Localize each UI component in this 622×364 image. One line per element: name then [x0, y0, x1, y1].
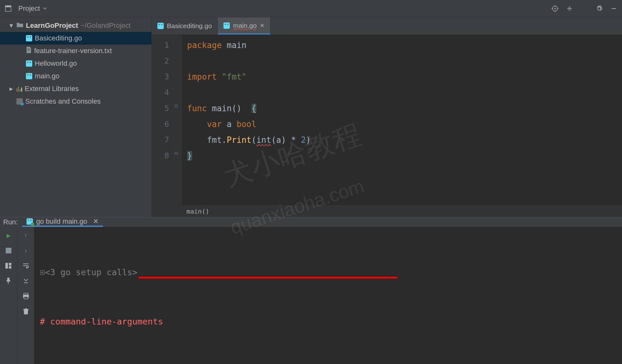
go-file-icon — [27, 218, 33, 225]
go-file-icon — [157, 23, 164, 29]
window-icon — [4, 4, 13, 13]
tab-main[interactable]: main.go ✕ — [218, 17, 271, 34]
fold-start-icon[interactable]: ⊟ — [174, 102, 178, 109]
close-icon[interactable]: ✕ — [260, 22, 265, 29]
fold-end-icon[interactable]: ⊟ — [174, 150, 178, 156]
tree-file-basicediting[interactable]: Basicediting.go — [0, 32, 151, 45]
svg-rect-14 — [24, 293, 28, 295]
svg-point-3 — [554, 8, 556, 9]
tree-external-libraries[interactable]: ▸ External Libraries — [0, 82, 151, 95]
up-icon[interactable]: ↑ — [22, 231, 30, 240]
minimize-icon[interactable] — [609, 4, 618, 13]
console-error-header: # command-line-arguments — [40, 313, 616, 330]
console-setup-line: <3 go setup calls> — [45, 267, 137, 277]
trash-icon[interactable] — [22, 307, 30, 315]
ext-lib-label: External Libraries — [25, 85, 79, 93]
scratches-label: Scratches and Consoles — [25, 97, 101, 106]
rerun-icon[interactable]: ▶ — [4, 231, 13, 240]
run-tool-window: Run: go build main.go ✕ ▶ ↑ ↓ ⊞<3 go set… — [0, 217, 622, 364]
layout-icon[interactable] — [4, 262, 13, 270]
text-file-icon — [26, 46, 32, 55]
tree-root[interactable]: ▾ LearnGoProject ~/GolandProject — [0, 19, 151, 32]
breadcrumb[interactable]: main() — [152, 205, 622, 217]
tree-scratches[interactable]: Scratches and Consoles — [0, 95, 151, 108]
editor-tabs: Basicediting.go main.go ✕ — [152, 17, 622, 35]
libraries-icon — [16, 86, 22, 92]
code-editor[interactable]: 12345678 ▶ ⊟ ⊟ package main import "fmt"… — [152, 35, 622, 205]
run-header: Run: go build main.go ✕ — [0, 217, 622, 227]
collapse-icon[interactable] — [565, 4, 574, 13]
run-label: Run: — [3, 218, 18, 226]
go-file-icon — [26, 35, 32, 41]
run-tab[interactable]: go build main.go ✕ — [22, 217, 103, 227]
console-output[interactable]: ⊞<3 go setup calls> # command-line-argum… — [34, 227, 622, 364]
project-label: Project — [18, 4, 40, 13]
project-dropdown[interactable]: Project — [18, 4, 47, 13]
go-file-icon — [26, 60, 32, 67]
fold-column: ⊟ ⊟ — [174, 35, 181, 205]
project-tree: ▾ LearnGoProject ~/GolandProject Basiced… — [0, 17, 151, 108]
run-toolbar-left: ▶ — [0, 227, 17, 364]
svg-rect-12 — [9, 263, 11, 265]
chevron-right-icon: ▸ — [8, 85, 14, 93]
line-gutter: 12345678 — [152, 35, 174, 205]
close-icon[interactable]: ✕ — [93, 217, 99, 226]
tab-label: main.go — [233, 22, 257, 29]
svg-rect-11 — [5, 263, 8, 269]
tab-basicediting[interactable]: Basicediting.go — [152, 17, 218, 34]
tree-file-feature-trainer[interactable]: feature-trainer-version.txt — [0, 45, 151, 57]
go-file-icon — [223, 22, 230, 29]
svg-rect-1 — [5, 6, 11, 7]
tree-file-helloworld[interactable]: Helloworld.go — [0, 57, 151, 70]
down-icon[interactable]: ↓ — [22, 246, 30, 255]
expand-icon[interactable]: ⊞ — [40, 267, 45, 277]
root-hint: ~/GolandProject — [81, 21, 131, 30]
svg-rect-16 — [24, 297, 28, 299]
top-toolbar: Project — [0, 0, 622, 17]
svg-rect-10 — [6, 248, 11, 253]
tab-label: Basicediting.go — [167, 22, 212, 30]
file-label: feature-trainer-version.txt — [34, 47, 112, 55]
gear-icon[interactable] — [595, 4, 604, 13]
pin-icon[interactable] — [4, 277, 13, 285]
soft-wrap-icon[interactable] — [22, 262, 30, 270]
run-toolbar-2: ↑ ↓ — [17, 227, 34, 364]
scroll-to-end-icon[interactable] — [22, 277, 30, 285]
file-label: Basicediting.go — [35, 34, 82, 42]
root-name: LearnGoProject — [26, 21, 78, 30]
go-file-icon — [26, 73, 32, 79]
project-sidebar: ▾ LearnGoProject ~/GolandProject Basiced… — [0, 17, 152, 217]
stop-icon[interactable] — [4, 246, 13, 255]
svg-rect-13 — [9, 266, 11, 269]
error-underline — [138, 277, 398, 278]
breadcrumb-text: main() — [186, 208, 209, 215]
target-icon[interactable] — [551, 4, 559, 13]
folder-icon — [16, 21, 23, 30]
print-icon[interactable] — [22, 292, 30, 300]
editor-area: Basicediting.go main.go ✕ 12345678 ▶ ⊟ ⊟… — [152, 17, 622, 217]
file-label: main.go — [35, 72, 59, 80]
chevron-down-icon: ▾ — [8, 21, 14, 30]
main-split: ▾ LearnGoProject ~/GolandProject Basiced… — [0, 17, 622, 217]
file-label: Helloworld.go — [35, 59, 77, 68]
scratches-icon — [16, 98, 23, 105]
code-content[interactable]: package main import "fmt" func main() { … — [181, 35, 622, 205]
tree-file-main[interactable]: main.go — [0, 70, 151, 82]
run-tab-label: go build main.go — [36, 217, 87, 226]
